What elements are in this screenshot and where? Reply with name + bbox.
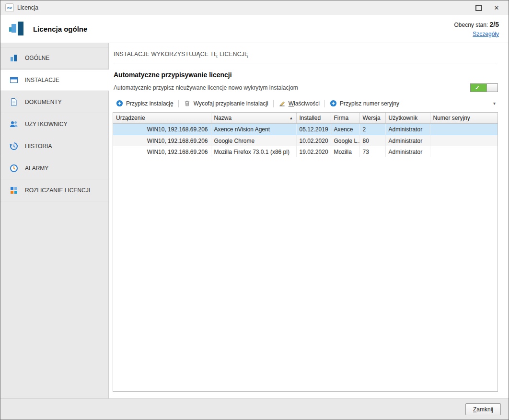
zamknij-button[interactable]: Zamknij [465,403,501,415]
history-icon [9,141,19,151]
window-title: Licencja [17,4,38,11]
header-status: Obecny stan: 2/5 Szczegóły [454,21,501,37]
zamknij-label: Zamknij [473,406,493,413]
cell-user: Administrator [385,135,430,147]
sidebar-item-label: HISTORIA [25,143,52,150]
license-accounting-icon [9,186,19,195]
assign-serial-label: Przypisz numer seryjny [340,100,399,107]
table-header-row: Urządzenie Nazwa ▲ Installed Firma Wersj… [113,113,497,124]
cell-device: WIN10, 192.168.69.206 [113,124,211,135]
edit-pencil-icon [278,100,286,107]
cell-version: 73 [359,146,385,157]
table-row[interactable]: WIN10, 192.168.69.206 Google Chrome 10.0… [113,135,497,147]
cell-serial [430,135,497,147]
sidebar-item-label: ROZLICZANIE LICENCJI [25,187,90,194]
documents-icon [9,97,19,107]
cell-serial [430,146,497,157]
column-header-firma[interactable]: Firma [331,113,359,124]
sidebar-item-ogolne[interactable]: OGÓLNE [0,47,108,69]
alarms-icon [9,163,19,173]
cell-user: Administrator [385,146,430,157]
trash-icon [184,100,191,107]
revoke-assignment-label: Wycofaj przypisanie instalacji [194,100,268,107]
sidebar-item-label: DOKUMENTY [25,99,62,105]
cell-company: Axence [331,124,359,135]
sidebar-item-label: ALARMY [25,165,48,172]
chevron-down-icon: ▾ [493,101,496,106]
revoke-assignment-button[interactable]: Wycofaj przypisanie instalacji [180,98,272,108]
sort-ascending-icon: ▲ [289,116,293,120]
sidebar-item-instalacje[interactable]: INSTALACJE [0,69,109,91]
app-icon: nV [5,3,14,12]
users-icon [9,119,19,129]
header: Licencja ogólne Obecny stan: 2/5 Szczegó… [0,15,509,43]
details-link[interactable]: Szczegóły [473,31,499,37]
cell-user: Administrator [385,124,430,135]
auto-assign-title: Automatyczne przypisywanie licencji [113,71,498,79]
sidebar-item-rozliczanie-licencji[interactable]: ROZLICZANIE LICENCJI [0,179,108,201]
app-logo-icon [8,20,25,37]
installations-table: Urządzenie Nazwa ▲ Installed Firma Wersj… [113,112,498,392]
titlebar: nV Licencja ✕ [0,0,509,15]
column-header-nazwa[interactable]: Nazwa ▲ [211,113,296,124]
maximize-button[interactable] [472,2,486,13]
main-content: INSTALACJE WYKORZYSTUJĄCE TĘ LICENCJĘ Au… [109,43,509,398]
table-row[interactable]: WIN10, 192.168.69.206 Axence nVision Age… [113,124,497,135]
cell-installed: 19.02.2020 [296,146,331,157]
close-window-button[interactable]: ✕ [489,2,504,13]
installations-icon [9,75,19,85]
column-header-installed[interactable]: Installed [296,113,331,124]
sidebar-item-uzytkownicy[interactable]: UŻYTKOWNICY [0,113,108,135]
cell-company: Google L... [331,135,359,147]
assign-installation-button[interactable]: Przypisz instalację [113,98,177,108]
status-value: 2/5 [490,21,499,28]
table-row[interactable]: WIN10, 192.168.69.206 Mozilla Firefox 73… [113,146,497,157]
sidebar-item-label: UŻYTKOWNICY [25,121,68,128]
auto-assign-toggle[interactable]: ✓ [470,83,498,92]
add-circle-icon [330,100,337,107]
cell-version: 80 [359,135,385,147]
sidebar-item-dokumenty[interactable]: DOKUMENTY [0,91,108,113]
footer: Zamknij [0,398,509,420]
cell-name: Google Chrome [211,135,296,147]
cell-device: WIN10, 192.168.69.206 [113,135,211,147]
maximize-icon [475,5,482,11]
column-header-wersja[interactable]: Wersja [359,113,385,124]
toggle-knob[interactable] [486,84,497,92]
column-header-urzadzenie[interactable]: Urządzenie [113,113,211,124]
close-icon: ✕ [494,4,499,12]
sidebar-item-alarmy[interactable]: ALARMY [0,157,108,179]
column-header-numer-seryjny[interactable]: Numer seryjny [430,113,497,124]
column-header-label: Nazwa [214,115,232,121]
assign-installation-label: Przypisz instalację [126,100,174,107]
license-window: nV Licencja ✕ Licencja ogólne Obecny sta… [0,0,509,420]
properties-label: Właściwości [289,100,320,107]
page-title: Licencja ogólne [33,25,87,33]
toolbar-separator [178,100,179,107]
sidebar-item-label: OGÓLNE [25,55,49,61]
window-body: OGÓLNE INSTALACJE DOKUMENTY UŻYTKOWNICY … [0,43,509,398]
properties-button[interactable]: Właściwości [275,98,323,108]
toolbar-overflow-button[interactable]: ▾ [491,101,498,106]
cell-company: Mozilla [331,146,359,157]
cell-version: 2 [359,124,385,135]
section-title: INSTALACJE WYKORZYSTUJĄCE TĘ LICENCJĘ [113,43,498,63]
auto-assign-description: Automatycznie przypisz nieużywane licenc… [114,84,470,91]
cell-device: WIN10, 192.168.69.206 [113,146,211,157]
check-icon: ✓ [475,85,480,91]
installations-toolbar: Przypisz instalację Wycofaj przypisanie … [113,98,498,108]
cell-name: Mozilla Firefox 73.0.1 (x86 pl) [211,146,296,157]
general-icon [9,53,19,63]
toolbar-separator [273,100,274,107]
sidebar-item-label: INSTALACJE [25,77,59,83]
cell-installed: 10.02.2020 [296,135,331,147]
column-header-uzytkownik[interactable]: Użytkownik [385,113,430,124]
cell-installed: 05.12.2019 [296,124,331,135]
cell-serial [430,124,497,135]
assign-serial-button[interactable]: Przypisz numer seryjny [326,98,403,108]
sidebar-item-historia[interactable]: HISTORIA [0,135,108,157]
cell-name: Axence nVision Agent [211,124,296,135]
toolbar-separator [324,100,325,107]
status-label: Obecny stan: [454,22,488,28]
sidebar: OGÓLNE INSTALACJE DOKUMENTY UŻYTKOWNICY … [0,43,109,398]
